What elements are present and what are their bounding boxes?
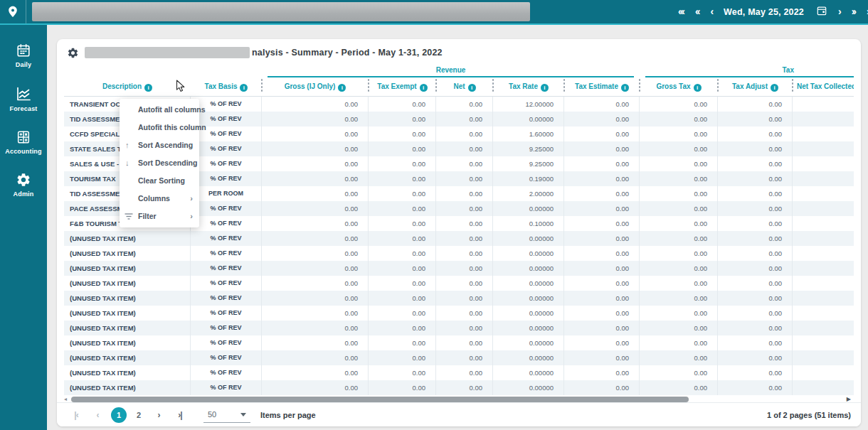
table-row[interactable]: (UNUSED TAX ITEM) % OF REV 0.00 0.00 0.0… (64, 335, 854, 350)
column-header-tax-adjust[interactable]: Tax Adjusti (718, 82, 793, 92)
cell-gross: 0.00 (262, 141, 369, 156)
cell-net-tax-collected (793, 261, 854, 276)
table-row[interactable]: (UNUSED TAX ITEM) % OF REV 0.00 0.00 0.0… (64, 261, 854, 276)
prev-page-button[interactable]: ‹ (88, 410, 107, 420)
column-header-tax-basis[interactable]: Tax Basisi (191, 82, 262, 92)
info-icon[interactable]: i (144, 84, 152, 92)
filter-icon (125, 213, 133, 220)
table-row[interactable]: (UNUSED TAX ITEM) % OF REV 0.00 0.00 0.0… (64, 231, 854, 246)
chevron-right-icon: › (190, 190, 193, 208)
page-button-2[interactable]: 2 (131, 411, 147, 419)
table-row[interactable]: (UNUSED TAX ITEM) % OF REV 0.00 0.00 0.0… (64, 276, 854, 291)
info-icon[interactable]: i (621, 84, 629, 92)
cell-net-tax-collected (793, 201, 854, 216)
cell-gross: 0.00 (262, 112, 369, 127)
menu-item-sort-ascending[interactable]: ↑ Sort Ascending (120, 136, 199, 154)
sidebar-item-admin[interactable]: Admin (0, 168, 47, 201)
cell-tax-exempt: 0.00 (369, 246, 436, 261)
cell-tax-estimate: 0.00 (564, 261, 640, 276)
first-page-button[interactable]: |‹ (67, 410, 85, 420)
cell-tax-basis: % OF REV (191, 380, 262, 395)
cell-tax-estimate: 0.00 (564, 127, 640, 141)
group-label: Tax (645, 66, 854, 74)
page-button-1[interactable]: 1 (111, 407, 127, 423)
table-row[interactable]: (UNUSED TAX ITEM) % OF REV 0.00 0.00 0.0… (64, 306, 854, 321)
cell-tax-exempt: 0.00 (369, 365, 436, 380)
cell-tax-exempt: 0.00 (369, 335, 436, 350)
cell-gross: 0.00 (262, 365, 369, 380)
info-icon[interactable]: i (338, 84, 346, 92)
column-header-gross-tax[interactable]: Gross Taxi (640, 82, 718, 92)
last-page-button[interactable]: ›| (171, 410, 189, 420)
column-header-tax-exempt[interactable]: Tax Exempti (369, 82, 436, 92)
date-back-week-button[interactable]: ‹‹ (695, 0, 699, 23)
cell-tax-estimate: 0.00 (564, 171, 640, 186)
sidebar-item-accounting[interactable]: Accounting (0, 126, 47, 158)
column-header-net[interactable]: Neti (436, 82, 493, 92)
cell-gross: 0.00 (262, 201, 369, 216)
column-header-gross-ij-only[interactable]: Gross (IJ Only)i (262, 82, 369, 92)
location-pin-button[interactable] (0, 0, 26, 23)
column-header-net-tax-collected[interactable]: Net Tax Collectedi (793, 82, 854, 92)
cell-tax-basis: % OF REV (191, 216, 262, 231)
date-back-day-button[interactable]: ‹ (710, 0, 712, 23)
info-icon[interactable]: i (771, 84, 778, 92)
column-header-description[interactable]: Descriptioni (64, 82, 191, 92)
sidebar-item-forecast[interactable]: Forecast (0, 82, 47, 116)
cell-net-tax-collected (793, 231, 854, 246)
menu-item-filter[interactable]: Filter › (120, 208, 199, 225)
cell-gross-tax: 0.00 (640, 97, 718, 112)
cell-tax-rate: 9.25000 (493, 141, 564, 156)
arrow-down-icon: ↓ (125, 154, 129, 172)
table-row[interactable]: (UNUSED TAX ITEM) % OF REV 0.00 0.00 0.0… (64, 350, 854, 365)
cell-tax-rate: 0.00000 (493, 231, 564, 246)
table-row[interactable]: (UNUSED TAX ITEM) % OF REV 0.00 0.00 0.0… (64, 380, 854, 395)
cell-tax-estimate: 0.00 (564, 276, 640, 291)
cell-gross-tax: 0.00 (640, 112, 718, 127)
table-row[interactable]: (UNUSED TAX ITEM) % OF REV 0.00 0.00 0.0… (64, 246, 854, 261)
scrollbar-thumb[interactable] (71, 397, 689, 402)
date-back-fast-button[interactable]: ‹‹‹ (678, 0, 684, 23)
topbar: ‹‹‹ ‹‹ ‹ Wed, May 25, 2022 › ›› ››› (0, 0, 868, 25)
info-icon[interactable]: i (541, 84, 549, 92)
cell-description: (UNUSED TAX ITEM) (64, 276, 191, 291)
cell-tax-adjust: 0.00 (718, 97, 793, 112)
cell-net: 0.00 (436, 186, 493, 201)
settings-gear-icon[interactable] (67, 47, 79, 59)
menu-item-clear-sorting[interactable]: Clear Sorting (120, 172, 199, 190)
cell-net-tax-collected (793, 246, 854, 261)
sidebar-item-label: Admin (14, 190, 34, 198)
next-page-button[interactable]: › (149, 410, 168, 420)
info-icon[interactable]: i (240, 84, 248, 92)
page-size-dropdown[interactable]: 50 (203, 407, 250, 423)
column-label: Tax Adjust (732, 82, 768, 90)
cell-tax-rate: 0.00000 (493, 321, 564, 335)
cell-tax-estimate: 0.00 (564, 201, 640, 216)
date-forward-week-button[interactable]: ›› (852, 0, 855, 23)
cell-tax-rate: 0.00000 (493, 246, 564, 261)
menu-item-label: Clear Sorting (138, 176, 185, 185)
info-icon[interactable]: i (420, 84, 428, 92)
cell-tax-adjust: 0.00 (718, 112, 793, 127)
cell-tax-exempt: 0.00 (369, 306, 436, 321)
menu-item-columns[interactable]: Columns › (120, 190, 199, 208)
menu-item-autofit-all-columns[interactable]: Autofit all columns (120, 101, 199, 119)
cell-tax-basis: % OF REV (191, 156, 262, 171)
column-header-tax-rate[interactable]: Tax Ratei (493, 82, 564, 92)
current-date-label[interactable]: Wed, May 25, 2022 (724, 7, 804, 17)
info-icon[interactable]: i (468, 84, 476, 92)
info-icon[interactable]: i (694, 84, 702, 92)
cell-net-tax-collected (793, 335, 854, 350)
sidebar-item-daily[interactable]: Daily (0, 39, 47, 72)
table-row[interactable]: (UNUSED TAX ITEM) % OF REV 0.00 0.00 0.0… (64, 291, 854, 306)
cell-net: 0.00 (436, 335, 493, 350)
menu-item-autofit-this-column[interactable]: Autofit this column (120, 119, 199, 136)
cell-net: 0.00 (436, 306, 493, 321)
table-row[interactable]: (UNUSED TAX ITEM) % OF REV 0.00 0.00 0.0… (64, 321, 854, 335)
cell-gross-tax: 0.00 (640, 186, 718, 201)
date-forward-day-button[interactable]: › (838, 0, 840, 23)
column-header-tax-estimate[interactable]: Tax Estimatei (564, 82, 640, 92)
calendar-icon[interactable] (817, 6, 827, 18)
table-row[interactable]: (UNUSED TAX ITEM) % OF REV 0.00 0.00 0.0… (64, 365, 854, 380)
menu-item-sort-descending[interactable]: ↓ Sort Descending (120, 154, 199, 172)
